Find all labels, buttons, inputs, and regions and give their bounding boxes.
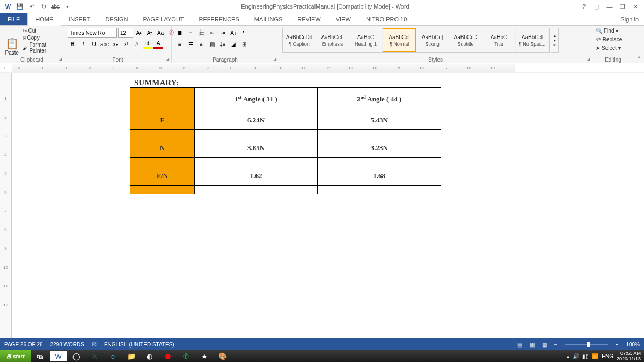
task-ie-icon[interactable]: e (105, 351, 122, 361)
view-print-icon[interactable]: ▦ (530, 342, 535, 348)
numbering-button[interactable]: ≡ (186, 28, 195, 38)
borders-button[interactable]: ⊞ (239, 39, 249, 49)
cut-button[interactable]: ✂Cut (23, 28, 61, 34)
font-launcher-icon[interactable]: ◢ (166, 57, 169, 62)
sort-button[interactable]: A↓ (229, 28, 238, 38)
tab-pagelayout[interactable]: PAGE LAYOUT (136, 13, 192, 25)
justify-button[interactable]: ▤ (207, 39, 217, 49)
style-nospac[interactable]: AaBbCcI¶ No Spac... (516, 28, 549, 52)
zoom-slider[interactable] (565, 344, 608, 345)
style-strong[interactable]: AaBbCc]Strong (416, 28, 449, 52)
task-chrome-icon[interactable]: ◯ (68, 351, 85, 361)
tab-nitro[interactable]: NITRO PRO 10 (358, 13, 414, 25)
view-web-icon[interactable]: ▧ (542, 342, 547, 348)
save-icon[interactable]: 💾 (15, 3, 25, 10)
ribbon-display-icon[interactable]: ▢ (591, 3, 602, 10)
collapse-ribbon-icon[interactable]: ˄ (634, 26, 644, 63)
redo-icon[interactable]: ↻ (39, 3, 48, 10)
style-caption[interactable]: AaBbCcDd¶ Caption (283, 28, 316, 52)
start-button[interactable]: ⊞start (0, 350, 31, 362)
ruler-vertical[interactable]: 123456789101112 (0, 73, 12, 338)
indent-button[interactable]: ⇥ (218, 28, 228, 38)
qat-more-icon[interactable]: ▾ (62, 4, 72, 9)
align-center-button[interactable]: ☰ (186, 39, 195, 49)
shrink-font-button[interactable]: A▾ (145, 28, 155, 38)
undo-icon[interactable]: ↶ (27, 3, 36, 10)
document-page[interactable]: SUMMARY: 1st Angle ( 31 ) 2nd Angle ( 44… (119, 73, 484, 216)
tray-sound-icon[interactable]: 🔊 (573, 353, 579, 359)
zoom-plus-icon[interactable]: + (616, 342, 619, 348)
font-size-input[interactable] (118, 28, 133, 38)
tab-view[interactable]: VIEW (328, 13, 358, 25)
highlight-button[interactable]: ab (143, 39, 152, 49)
find-button[interactable]: 🔍Find ▾ (596, 28, 618, 34)
tab-mailings[interactable]: MAILINGS (247, 13, 290, 25)
summary-table[interactable]: 1st Angle ( 31 ) 2nd Angle ( 44 ) F6.24N… (130, 87, 441, 194)
multilevel-button[interactable]: ⬱ (196, 28, 206, 38)
status-lang[interactable]: ENGLISH (UNITED STATES) (104, 342, 174, 348)
maximize-icon[interactable]: ❐ (617, 3, 628, 10)
strike-button[interactable]: abc (100, 39, 109, 49)
tab-references[interactable]: REFERENCES (192, 13, 247, 25)
spellcheck-icon[interactable]: abc (50, 4, 60, 10)
help-icon[interactable]: ? (579, 3, 589, 10)
sign-in-link[interactable]: Sign in (615, 13, 644, 25)
subscript-button[interactable]: x₂ (111, 39, 120, 49)
tray-battery-icon[interactable]: ▮▯ (582, 353, 589, 359)
align-left-button[interactable]: ≡ (175, 39, 185, 49)
task-edge-icon[interactable]: ◐ (141, 351, 158, 361)
italic-button[interactable]: I (78, 39, 88, 49)
line-spacing-button[interactable]: ‡≡ (218, 39, 228, 49)
tray-network-icon[interactable]: 📶 (592, 353, 598, 359)
styles-scroll-up-icon[interactable]: ▴ (551, 33, 558, 38)
grow-font-button[interactable]: A▴ (134, 28, 144, 38)
ruler-horizontal[interactable]: 2112345678910111213141516171819 (12, 64, 515, 72)
text-effects-button[interactable]: A (132, 39, 142, 49)
style-heading[interactable]: AaBbCHeading 1 (349, 28, 383, 52)
task-paint-icon[interactable]: 🎨 (214, 351, 231, 361)
view-read-icon[interactable]: ▤ (517, 342, 522, 348)
tab-home[interactable]: HOME (27, 13, 61, 26)
zoom-level[interactable]: 100% (626, 342, 640, 348)
task-store-icon[interactable]: 🛍 (32, 351, 49, 361)
clipboard-launcher-icon[interactable]: ◢ (58, 57, 62, 62)
styles-more-icon[interactable]: ≡ (551, 43, 558, 48)
paste-button[interactable]: 📋 Paste (3, 28, 21, 56)
tab-review[interactable]: REVIEW (290, 13, 328, 25)
task-explorer-icon[interactable]: 📁 (123, 351, 140, 361)
close-icon[interactable]: ✕ (630, 3, 641, 10)
superscript-button[interactable]: x² (121, 39, 131, 49)
show-marks-button[interactable]: ¶ (239, 28, 249, 38)
style-emphasis[interactable]: AaBbCcLEmphasis (316, 28, 349, 52)
task-excel-icon[interactable]: X (86, 351, 104, 361)
tray-up-icon[interactable]: ▴ (567, 353, 569, 359)
tray-clock[interactable]: 07:53 AM 2020/11/13 (617, 351, 641, 361)
font-color-button[interactable]: A (153, 39, 163, 49)
tab-design[interactable]: DESIGN (98, 13, 135, 25)
change-case-button[interactable]: Aa (156, 28, 165, 38)
underline-button[interactable]: U (89, 39, 99, 49)
bullets-button[interactable]: ≣ (175, 28, 185, 38)
tab-insert[interactable]: INSERT (61, 13, 98, 25)
styles-gallery[interactable]: AaBbCcDd¶ CaptionAaBbCcLEmphasisAaBbCHea… (282, 28, 550, 53)
bold-button[interactable]: B (68, 39, 77, 49)
zoom-minus-icon[interactable]: − (554, 342, 558, 348)
copy-button[interactable]: ⎘Copy (23, 35, 61, 41)
style-normal[interactable]: AaBbCcI¶ Normal (383, 28, 416, 52)
select-button[interactable]: ➤Select ▾ (596, 45, 621, 51)
style-subtitle[interactable]: AaBbCcDSubtitle (449, 28, 482, 52)
align-right-button[interactable]: ≡ (196, 39, 206, 49)
tray-lang[interactable]: ENG (602, 353, 613, 359)
outdent-button[interactable]: ⇤ (207, 28, 217, 38)
task-adobe-icon[interactable]: ⬣ (159, 351, 177, 361)
shading-button[interactable]: ◢ (229, 39, 238, 49)
paragraph-launcher-icon[interactable]: ◢ (273, 57, 276, 62)
task-star-icon[interactable]: ★ (196, 351, 213, 361)
status-page[interactable]: PAGE 26 OF 26 (4, 342, 43, 348)
tab-file[interactable]: FILE (0, 13, 27, 25)
minimize-icon[interactable]: — (604, 3, 615, 10)
status-proof-icon[interactable]: ☒ (92, 342, 97, 348)
task-whatsapp-icon[interactable]: ✆ (178, 351, 195, 361)
styles-launcher-icon[interactable]: ◢ (587, 57, 590, 62)
styles-scroll-down-icon[interactable]: ▾ (551, 38, 558, 43)
